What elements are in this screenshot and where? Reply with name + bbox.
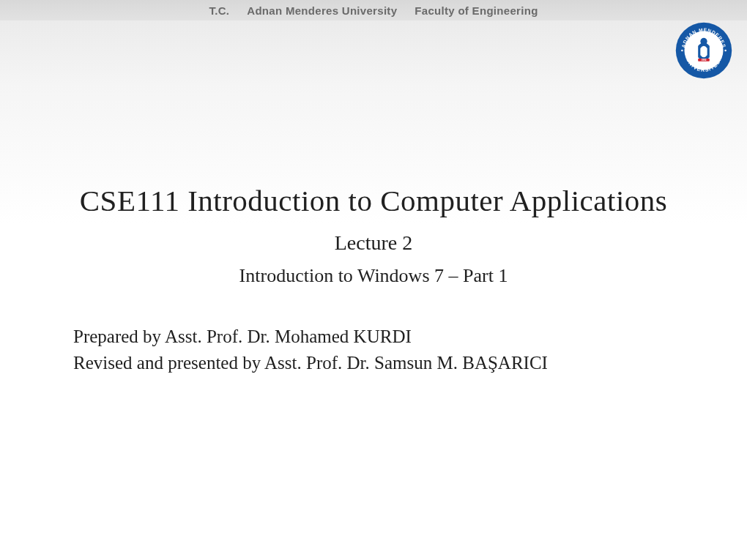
logo-year: 1992 [702, 59, 707, 61]
svg-point-4 [681, 50, 683, 51]
header-tc: T.C. [209, 4, 229, 17]
lecture-topic: Introduction to Windows 7 – Part 1 [0, 265, 747, 287]
header-bar: T.C. Adnan Menderes University Faculty o… [0, 0, 747, 20]
prepared-by: Prepared by Asst. Prof. Dr. Mohamed KURD… [73, 324, 747, 350]
slide-content: CSE111 Introduction to Computer Applicat… [0, 183, 747, 377]
header-faculty: Faculty of Engineering [415, 4, 538, 17]
credits-block: Prepared by Asst. Prof. Dr. Mohamed KURD… [73, 324, 747, 377]
presented-by: Revised and presented by Asst. Prof. Dr.… [73, 350, 747, 376]
course-title: CSE111 Introduction to Computer Applicat… [0, 183, 747, 218]
svg-point-5 [724, 50, 726, 51]
university-logo: ADNAN MENDERES ÜNİVERSİTESİ 1992 [675, 22, 732, 79]
header-university: Adnan Menderes University [247, 4, 397, 17]
lecture-number: Lecture 2 [0, 231, 747, 255]
